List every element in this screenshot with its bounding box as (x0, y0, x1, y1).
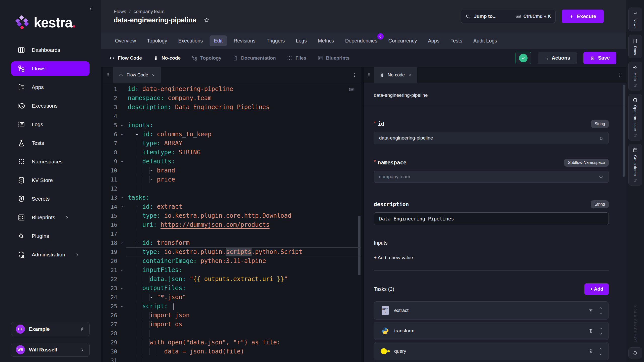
fold-toggle[interactable] (117, 160, 126, 163)
tab-apps[interactable]: Apps (424, 35, 444, 46)
rail-button-docs[interactable]: Docs (628, 35, 642, 58)
editor-keyboard-icon[interactable] (349, 86, 355, 93)
chevron-up-icon (599, 327, 602, 330)
view-flow-code[interactable]: Flow Code (109, 55, 142, 61)
move-task-up-button[interactable] (599, 326, 602, 330)
external-icon (633, 83, 637, 87)
fold-toggle[interactable] (117, 196, 126, 200)
drag-handle[interactable] (364, 67, 374, 83)
lock-icon (599, 135, 603, 141)
line-number: 10 (103, 167, 117, 174)
add-input-value-button[interactable]: + Add a new value (374, 255, 413, 260)
fold-toggle[interactable] (117, 268, 126, 272)
sidebar-item-dashboards[interactable]: Dashboards (11, 43, 90, 57)
fold-toggle[interactable] (117, 123, 126, 127)
sidebar-item-tests[interactable]: Tests (11, 136, 90, 150)
tab-triggers[interactable]: Triggers (262, 35, 289, 46)
breadcrumb-flows[interactable]: Flows (114, 9, 126, 14)
task-card-transform[interactable]: transform (374, 322, 609, 340)
id-input[interactable]: data-engineering-pipeline (374, 132, 609, 144)
delete-task-button[interactable] (588, 349, 593, 354)
form-scrollbar[interactable] (623, 85, 625, 177)
rail-button-news[interactable]: News (628, 8, 642, 31)
move-task-up-button[interactable] (599, 346, 602, 351)
sidebar-item-blueprints[interactable]: Blueprints (11, 210, 90, 225)
sidebar-item-namespaces[interactable]: Namespaces (11, 154, 90, 169)
view-no-code[interactable]: No-code (153, 55, 181, 61)
fold-toggle[interactable] (117, 304, 126, 308)
restart-tour-button[interactable] (628, 347, 642, 358)
kestra-logo[interactable]: kestra. (15, 15, 76, 31)
tab-tests[interactable]: Tests (446, 35, 467, 46)
sidebar-item-logs[interactable]: Logs (11, 117, 90, 132)
validation-status-button[interactable] (515, 52, 531, 64)
sidebar-item-apps[interactable]: Apps (11, 80, 90, 95)
sidebar-item-administration[interactable]: Administration (11, 247, 90, 262)
fold-toggle[interactable] (117, 286, 126, 290)
tab-dependencies[interactable]: Dependencies0 (341, 35, 382, 46)
sidebar-item-label: Blueprints (32, 214, 55, 220)
view-documentation[interactable]: Documentation (232, 55, 276, 61)
task-card-extract[interactable]: HTTP↓extract (374, 301, 609, 320)
move-task-down-button[interactable] (599, 331, 602, 336)
fold-toggle[interactable] (117, 205, 126, 209)
yaml-code-editor[interactable]: 1id: data-engineering-pipeline2namespace… (103, 83, 361, 362)
breadcrumb-namespace[interactable]: company.team (134, 9, 165, 14)
tab-audit-logs[interactable]: Audit Logs (469, 35, 501, 46)
tab-edit[interactable]: Edit (210, 35, 227, 46)
user-menu[interactable]: WR Will Russell (11, 343, 90, 357)
tab-concurrency[interactable]: Concurrency (384, 35, 421, 46)
plug-icon (18, 232, 25, 240)
delete-task-button[interactable] (588, 328, 593, 333)
tenant-switcher[interactable]: EX Example (11, 322, 90, 336)
namespace-select[interactable]: company.team (374, 171, 609, 183)
actions-button[interactable]: Actions (538, 52, 577, 64)
code-line-11: 11 - price (103, 175, 361, 184)
rail-button-get-a-demo[interactable]: Get a demo (628, 144, 642, 186)
tab-executions[interactable]: Executions (174, 35, 207, 46)
move-task-down-button[interactable] (599, 352, 602, 356)
sidebar-item-flows[interactable]: Flows (11, 61, 90, 76)
search-shortcut: Ctrl/Cmd + K (524, 14, 551, 19)
tab-topology[interactable]: Topology (143, 35, 171, 46)
star-icon[interactable] (204, 17, 210, 23)
description-input[interactable]: Data Engineering Pipelines (374, 212, 609, 225)
close-icon[interactable] (408, 72, 412, 78)
sidebar-item-kv-store[interactable]: KV Store (11, 173, 90, 188)
rail-button-open-an-issue[interactable]: Open an Issue (628, 94, 642, 141)
rail-button-help[interactable]: Help (628, 62, 642, 90)
close-icon[interactable] (151, 72, 155, 78)
sidebar-item-executions[interactable]: Executions (11, 99, 90, 113)
panel-menu-kebab-icon[interactable] (613, 67, 626, 83)
tab-no-code[interactable]: No-code (374, 67, 417, 83)
panel-menu-kebab-icon[interactable] (348, 67, 361, 83)
line-number: 5 (103, 122, 117, 128)
dots-grid-icon (287, 55, 292, 61)
view-files[interactable]: Files (287, 55, 306, 61)
fold-toggle[interactable] (117, 241, 126, 245)
namespace-field-label: namespace (378, 160, 407, 166)
tab-revisions[interactable]: Revisions (229, 35, 260, 46)
tab-flow-code[interactable]: Flow Code (113, 67, 161, 83)
sidebar-collapse-button[interactable] (87, 6, 94, 13)
sidebar-item-plugins[interactable]: Plugins (11, 229, 90, 243)
view-blueprints[interactable]: Blueprints (317, 55, 350, 61)
tab-metrics[interactable]: Metrics (313, 35, 338, 46)
move-task-up-button[interactable] (599, 305, 602, 310)
execute-button[interactable]: Execute (562, 10, 604, 23)
code-line-8: 8 itemType: STRING (103, 148, 361, 157)
drag-handle[interactable] (103, 67, 113, 83)
fold-toggle[interactable] (117, 132, 126, 136)
tab-overview[interactable]: Overview (111, 35, 140, 46)
delete-task-button[interactable] (588, 308, 593, 313)
save-button[interactable]: Save (583, 52, 616, 64)
jump-to-search[interactable]: Jump to... Ctrl/Cmd + K (461, 10, 556, 23)
move-task-down-button[interactable] (599, 311, 602, 315)
duckdb-icon (380, 346, 390, 356)
tab-logs[interactable]: Logs (292, 35, 311, 46)
view-topology[interactable]: Topology (192, 55, 221, 61)
sidebar-item-secrets[interactable]: Secrets (11, 192, 90, 206)
add-task-button[interactable]: + Add (584, 283, 609, 295)
namespace-type-badge: Subflow-Namespace (564, 159, 609, 167)
task-card-query[interactable]: query (374, 342, 609, 360)
